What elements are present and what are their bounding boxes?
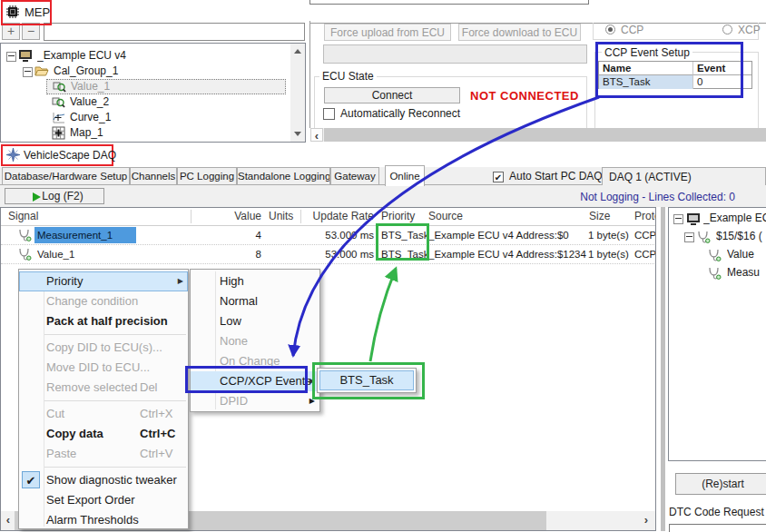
tree-item-did[interactable]: $15/$16 ( xyxy=(669,229,766,244)
submenu-item-high[interactable]: High xyxy=(191,271,319,291)
value-icon xyxy=(53,81,66,94)
col-source[interactable]: Source xyxy=(428,210,463,222)
force-upload-button[interactable]: Force upload from ECU xyxy=(324,24,451,41)
tree-item-group[interactable]: Cal_Group_1 xyxy=(1,64,288,79)
tab-online[interactable]: Online xyxy=(385,165,425,186)
tab-standalone-logging[interactable]: Standalone Logging xyxy=(237,167,330,185)
table-row[interactable]: Measurement_1 4 53.000 ms BTS_Task _Exam… xyxy=(1,226,656,244)
scroll-left-icon[interactable]: ‹ xyxy=(310,128,323,142)
stethoscope-icon xyxy=(17,247,32,261)
ecu-icon xyxy=(18,48,33,63)
ecu-panel-hscrollbar[interactable]: ‹ xyxy=(310,128,766,142)
cell-protocol: CCP xyxy=(634,226,656,244)
tree-scrollbar[interactable] xyxy=(290,44,305,142)
scroll-down-icon[interactable] xyxy=(294,132,301,136)
submenu-item-dpid[interactable]: DPID▶ xyxy=(191,391,319,411)
force-download-button[interactable]: Force download to ECU xyxy=(458,24,581,41)
row-sep xyxy=(1,263,656,264)
curve-icon xyxy=(52,111,65,124)
xcp-radio[interactable] xyxy=(722,25,732,34)
tab-database-hardware-setup[interactable]: Database/Hardware Setup xyxy=(2,167,130,185)
col-value[interactable]: Value xyxy=(192,210,261,222)
ccp-radio[interactable] xyxy=(605,25,615,34)
col-protocol[interactable]: Protocol xyxy=(634,210,656,222)
auto-start-checkbox[interactable]: ✔ xyxy=(493,172,504,182)
tree-item-value2[interactable]: Value_2 xyxy=(1,94,288,110)
col-signal[interactable]: Signal xyxy=(8,210,38,222)
menu-item-priority[interactable]: Priority▶ xyxy=(19,271,188,291)
submenu-item-low[interactable]: Low xyxy=(191,311,319,331)
tree-item-curve[interactable]: Curve_1 xyxy=(1,110,288,125)
tree-item-measurement[interactable]: Measu xyxy=(669,265,766,281)
cell-update-rate: 53.000 ms xyxy=(293,245,374,263)
tree-item-label: Value_1 xyxy=(71,80,207,94)
menu-item-remove-selected[interactable]: Remove selectedDel xyxy=(19,378,188,398)
tree-item-map[interactable]: Map_1 xyxy=(1,125,288,141)
tree-item-ecu[interactable]: _Example ECU v4 xyxy=(1,48,288,64)
tab-pc-logging[interactable]: PC Logging xyxy=(177,167,237,185)
stethoscope-icon xyxy=(707,266,722,281)
cell-source: _Example ECU v4 Address:$0 xyxy=(428,226,569,244)
col-units[interactable]: Units xyxy=(269,210,293,222)
menu-item-change-condition[interactable]: Change condition xyxy=(19,291,188,311)
compass-icon xyxy=(6,148,20,162)
connect-button[interactable]: Connect xyxy=(324,87,460,103)
signal-name[interactable]: Value_1 xyxy=(37,245,173,263)
collapse-icon[interactable] xyxy=(673,214,683,224)
log-button[interactable]: Log (F2) xyxy=(5,188,104,204)
menu-item-pack-half-precision[interactable]: Pack at half precision xyxy=(19,311,188,331)
col-priority[interactable]: Priority xyxy=(381,210,415,222)
stethoscope-icon xyxy=(696,230,711,244)
submenu-item-normal[interactable]: Normal xyxy=(191,291,319,311)
scroll-up-icon[interactable] xyxy=(294,49,301,54)
collapse-icon[interactable] xyxy=(684,232,694,242)
cell-size: 1 byte(s) xyxy=(588,245,629,263)
col-size[interactable]: Size xyxy=(589,210,610,222)
menu-item-show-diagnostic-tweaker[interactable]: ✔ Show diagnostic tweaker xyxy=(19,470,188,490)
event-setup-annotation-box xyxy=(595,42,743,98)
scroll-thumb[interactable] xyxy=(324,128,766,142)
ccp-radio-label[interactable]: CCP xyxy=(621,24,643,36)
tree-item-label: Measu xyxy=(727,265,766,281)
tab-gateway[interactable]: Gateway xyxy=(330,167,379,185)
menu-item-paste[interactable]: PasteCtrl+V xyxy=(19,444,188,464)
header-sep xyxy=(191,210,192,223)
tree-item-label: Value_2 xyxy=(70,94,206,110)
collapse-icon[interactable] xyxy=(23,67,33,77)
top-input-partial[interactable] xyxy=(309,0,589,5)
restart-button[interactable]: (Re)start xyxy=(675,473,766,495)
tree-item-value1[interactable]: Value_1 xyxy=(46,79,286,94)
cell-protocol: CCP xyxy=(634,245,656,263)
header-sep xyxy=(300,210,301,223)
col-update-rate[interactable]: Update Rate xyxy=(293,210,374,222)
auto-start-label[interactable]: Auto Start PC DAQ xyxy=(509,170,603,182)
table-row[interactable]: Value_1 8 53.000 ms BTS_Task _Example EC… xyxy=(1,245,656,263)
daq-selector[interactable]: DAQ 1 (ACTIVE) xyxy=(602,167,766,186)
vehiclescape-label: VehicleScape DAQ xyxy=(24,149,116,162)
submenu-item-none[interactable]: None xyxy=(191,331,319,351)
protocol-group xyxy=(593,23,759,40)
menu-item-copy-data[interactable]: Copy dataCtrl+C xyxy=(19,424,188,444)
xcp-radio-label[interactable]: XCP xyxy=(738,24,761,36)
menu-item-copy-did[interactable]: Copy DID to ECU(s)... xyxy=(19,338,188,358)
progress-strip xyxy=(323,44,587,64)
menu-item-move-did[interactable]: Move DID to ECU... xyxy=(19,358,188,378)
tree-item-value[interactable]: Value xyxy=(669,247,766,262)
filter-input[interactable] xyxy=(44,23,305,41)
cell-source: _Example ECU v4 Address:$1234 xyxy=(428,245,586,263)
tree-item-ecu[interactable]: _Example EC xyxy=(669,211,766,226)
menu-item-set-export-order[interactable]: Set Export Order xyxy=(19,490,188,510)
scroll-right-icon[interactable]: › xyxy=(639,513,653,528)
signal-name-selected[interactable]: Measurement_1 xyxy=(34,227,136,243)
menu-separator xyxy=(44,467,186,468)
auto-reconnect-checkbox[interactable] xyxy=(323,108,335,120)
tab-channels[interactable]: Channels xyxy=(130,167,177,185)
tree-item-label: $15/$16 ( xyxy=(716,229,766,244)
splitter[interactable] xyxy=(661,207,665,531)
menu-item-alarm-thresholds[interactable]: Alarm Thresholds xyxy=(19,510,188,530)
play-icon xyxy=(33,192,41,202)
collapse-icon[interactable] xyxy=(6,52,16,62)
menu-item-cut[interactable]: CutCtrl+X xyxy=(19,404,188,424)
dtc-request-field[interactable] xyxy=(669,524,766,532)
scroll-left-icon[interactable]: ‹ xyxy=(2,513,15,528)
